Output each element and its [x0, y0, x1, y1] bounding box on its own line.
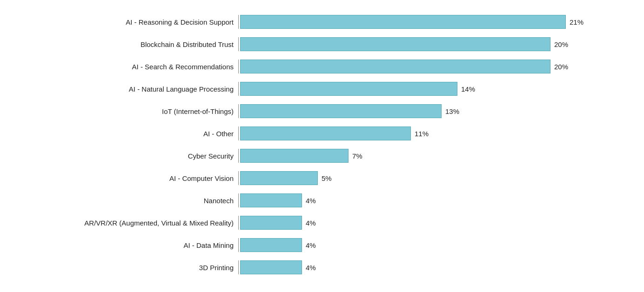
- bar-label: AI - Reasoning & Decision Support: [61, 18, 238, 26]
- axis-divider: [238, 60, 239, 73]
- bar-fill: [240, 238, 302, 252]
- axis-divider: [238, 171, 239, 185]
- bar-area: 13%: [238, 104, 583, 118]
- bar-label: AI - Computer Vision: [61, 174, 238, 182]
- bar-row: AI - Computer Vision5%: [61, 168, 583, 188]
- axis-divider: [238, 104, 239, 118]
- bar-row: Nanotech4%: [61, 191, 583, 210]
- bar-fill: [240, 260, 302, 274]
- bar-value-label: 4%: [306, 241, 316, 249]
- bar-wrapper: 11%: [238, 126, 583, 140]
- bar-area: 21%: [238, 15, 584, 29]
- bar-wrapper: 4%: [238, 193, 583, 207]
- bar-row: 3D Printing4%: [61, 258, 583, 277]
- bar-value-label: 5%: [322, 174, 332, 182]
- bar-area: 20%: [238, 60, 583, 73]
- bar-wrapper: 20%: [238, 60, 583, 73]
- bar-label: AI - Search & Recommendations: [61, 63, 238, 71]
- bar-value-label: 20%: [554, 40, 568, 48]
- bar-value-label: 11%: [415, 130, 429, 138]
- axis-divider: [238, 82, 239, 96]
- axis-divider: [238, 15, 239, 29]
- bar-value-label: 4%: [306, 197, 316, 205]
- bar-value-label: 7%: [352, 152, 362, 160]
- bar-fill: [240, 15, 566, 29]
- bar-fill: [240, 60, 550, 73]
- bar-fill: [240, 149, 349, 163]
- axis-divider: [238, 216, 239, 230]
- bar-value-label: 4%: [306, 264, 316, 272]
- axis-divider: [238, 149, 239, 163]
- bar-label: AI - Natural Language Processing: [61, 85, 238, 93]
- bar-label: Blockchain & Distributed Trust: [61, 40, 238, 48]
- bar-row: IoT (Internet-of-Things)13%: [61, 101, 583, 121]
- bar-value-label: 21%: [570, 18, 584, 26]
- bar-area: 4%: [238, 193, 583, 207]
- bar-fill: [240, 82, 457, 96]
- bar-wrapper: 4%: [238, 216, 583, 230]
- bar-fill: [240, 104, 442, 118]
- bar-label: Cyber Security: [61, 152, 238, 160]
- bar-fill: [240, 126, 411, 140]
- bar-area: 14%: [238, 82, 583, 96]
- bar-fill: [240, 37, 550, 51]
- bar-area: 5%: [238, 171, 583, 185]
- bar-row: AI - Natural Language Processing14%: [61, 79, 583, 99]
- axis-divider: [238, 126, 239, 140]
- bar-value-label: 20%: [554, 63, 568, 71]
- bar-value-label: 14%: [461, 85, 475, 93]
- bar-wrapper: 20%: [238, 37, 583, 51]
- bar-wrapper: 5%: [238, 171, 583, 185]
- bar-area: 20%: [238, 37, 583, 51]
- axis-divider: [238, 37, 239, 51]
- bar-area: 4%: [238, 260, 583, 274]
- bar-value-label: 13%: [445, 107, 459, 115]
- bar-row: AR/VR/XR (Augmented, Virtual & Mixed Rea…: [61, 213, 583, 232]
- bar-fill: [240, 171, 318, 185]
- bar-row: AI - Reasoning & Decision Support21%: [61, 12, 583, 32]
- bar-area: 4%: [238, 238, 583, 252]
- axis-divider: [238, 260, 239, 274]
- bar-wrapper: 4%: [238, 260, 583, 274]
- bar-label: AI - Other: [61, 130, 238, 138]
- bar-label: IoT (Internet-of-Things): [61, 107, 238, 115]
- bar-label: AI - Data Mining: [61, 241, 238, 249]
- bar-row: AI - Other11%: [61, 124, 583, 143]
- bar-fill: [240, 193, 302, 207]
- bar-label: Nanotech: [61, 197, 238, 205]
- bar-area: 4%: [238, 216, 583, 230]
- chart-container: AI - Reasoning & Decision Support21%Bloc…: [43, 3, 601, 289]
- bar-label: AR/VR/XR (Augmented, Virtual & Mixed Rea…: [61, 219, 238, 227]
- bar-fill: [240, 216, 302, 230]
- bar-wrapper: 7%: [238, 149, 583, 163]
- bar-label: 3D Printing: [61, 264, 238, 272]
- bar-wrapper: 4%: [238, 238, 583, 252]
- axis-divider: [238, 193, 239, 207]
- axis-divider: [238, 238, 239, 252]
- bar-wrapper: 14%: [238, 82, 583, 96]
- bar-row: AI - Data Mining4%: [61, 235, 583, 255]
- bar-row: Cyber Security7%: [61, 146, 583, 166]
- bar-row: AI - Search & Recommendations20%: [61, 57, 583, 76]
- bar-area: 11%: [238, 126, 583, 140]
- bar-row: Blockchain & Distributed Trust20%: [61, 34, 583, 54]
- bar-wrapper: 21%: [238, 15, 584, 29]
- bar-area: 7%: [238, 149, 583, 163]
- bar-value-label: 4%: [306, 219, 316, 227]
- bar-wrapper: 13%: [238, 104, 583, 118]
